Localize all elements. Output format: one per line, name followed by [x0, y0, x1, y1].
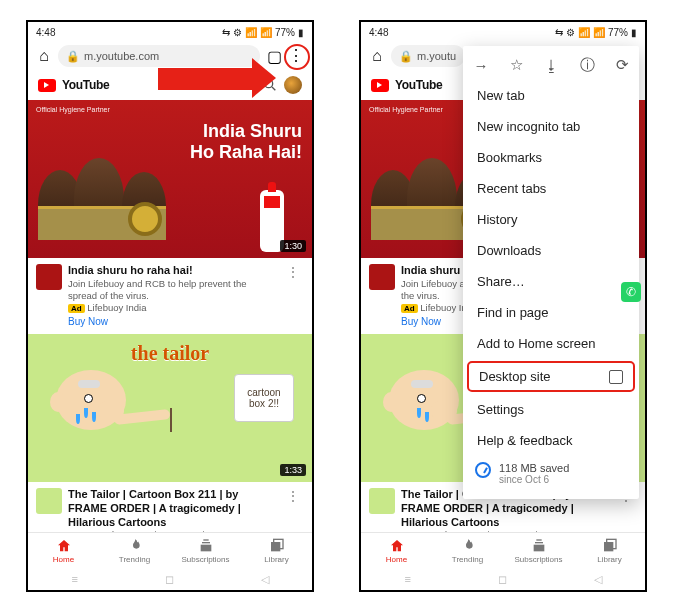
menu-find-in-page[interactable]: Find in page: [463, 297, 639, 328]
ad-badge: Ad: [68, 304, 85, 313]
nav-recent-icon[interactable]: ≡: [404, 573, 410, 585]
nav-home-icon[interactable]: ◻: [165, 573, 174, 586]
menu-data-saved[interactable]: 118 MB savedsince Oct 6: [463, 456, 639, 491]
highlight-overflow: [284, 44, 310, 70]
overflow-menu: → ☆ ⭳ ⓘ ⟳ New tab New incognito tab Book…: [463, 46, 639, 499]
url-text: m.youtube.com: [84, 50, 159, 62]
home-icon[interactable]: ⌂: [36, 48, 52, 64]
phone-left: 4:48 ⇆⚙📶📶77%▮ ⌂ 🔒 m.youtube.com ▢ ⋮ YouT…: [26, 20, 314, 592]
url-field[interactable]: 🔒 m.youtu: [391, 45, 465, 67]
duration-badge: 1:33: [280, 464, 306, 476]
annotation-arrow: [158, 68, 258, 90]
menu-new-incognito[interactable]: New incognito tab: [463, 111, 639, 142]
tab-home[interactable]: Home: [28, 533, 99, 568]
ad-thumb: [36, 264, 62, 290]
menu-add-to-home[interactable]: Add to Home screen: [463, 328, 639, 359]
partner-label: Official Hygiene Partner: [369, 106, 443, 113]
ad-more-icon[interactable]: ⋮: [282, 264, 304, 328]
nav-recent-icon[interactable]: ≡: [71, 573, 77, 585]
ad-thumb: [369, 264, 395, 290]
download-icon[interactable]: ⭳: [544, 57, 559, 74]
menu-help[interactable]: Help & feedback: [463, 425, 639, 456]
hero-line1: India Shuru: [203, 122, 302, 142]
tab-home[interactable]: Home: [361, 533, 432, 568]
status-time: 4:48: [36, 27, 55, 38]
ad-cta[interactable]: Buy Now: [68, 316, 276, 329]
svg-rect-8: [535, 542, 543, 543]
svg-rect-5: [271, 542, 280, 551]
forward-icon[interactable]: →: [474, 57, 489, 74]
home-icon[interactable]: ⌂: [369, 48, 385, 64]
tab-subscriptions[interactable]: Subscriptions: [503, 533, 574, 568]
menu-settings[interactable]: Settings: [463, 394, 639, 425]
channel-thumb[interactable]: [36, 488, 62, 514]
ad-advertiser: Lifebuoy India: [87, 302, 146, 313]
android-nav: ≡ ◻ ◁: [361, 568, 645, 590]
menu-share[interactable]: Share…: [463, 266, 639, 297]
svg-rect-4: [203, 539, 208, 540]
ad-title: India shuru ho raha hai!: [68, 264, 276, 278]
ad-badge: Ad: [401, 304, 418, 313]
nav-back-icon[interactable]: ◁: [594, 573, 602, 586]
ad-meta: India shuru ho raha hai! Join Lifebuoy a…: [28, 258, 312, 334]
svg-rect-9: [536, 539, 541, 540]
video-banner: the tailor: [131, 342, 209, 365]
nav-home-icon[interactable]: ◻: [498, 573, 507, 586]
video-thumb[interactable]: the tailor cartoonbox 2!! 1:33: [28, 334, 312, 482]
menu-history[interactable]: History: [463, 204, 639, 235]
hero-line2: Ho Raha Hai!: [190, 142, 302, 163]
menu-recent-tabs[interactable]: Recent tabs: [463, 173, 639, 204]
video-title: The Tailor | Cartoon Box 211 | by FRAME …: [68, 488, 276, 529]
menu-downloads[interactable]: Downloads: [463, 235, 639, 266]
channel-thumb[interactable]: [369, 488, 395, 514]
youtube-logo-icon: [38, 79, 56, 92]
nav-back-icon[interactable]: ◁: [261, 573, 269, 586]
menu-toolbar: → ☆ ⭳ ⓘ ⟳: [463, 50, 639, 80]
bottom-tabs: Home Trending Subscriptions Library: [28, 532, 312, 568]
tab-library[interactable]: Library: [574, 533, 645, 568]
url-text: m.youtu: [417, 50, 456, 62]
partner-label: Official Hygiene Partner: [36, 106, 110, 113]
tab-library[interactable]: Library: [241, 533, 312, 568]
bookmark-star-icon[interactable]: ☆: [510, 56, 523, 74]
desktop-site-checkbox[interactable]: [609, 370, 623, 384]
svg-rect-3: [202, 542, 210, 543]
status-time: 4:48: [369, 27, 388, 38]
lock-icon: 🔒: [66, 50, 80, 63]
status-bar: 4:48 ⇆⚙📶📶77%▮: [28, 22, 312, 42]
data-saver-icon: [475, 462, 491, 478]
bottom-tabs: Home Trending Subscriptions Library: [361, 532, 645, 568]
svg-rect-2: [200, 544, 211, 551]
status-bar: 4:48 ⇆⚙📶📶77%▮: [361, 22, 645, 42]
reload-icon[interactable]: ⟳: [616, 56, 629, 74]
tab-subscriptions[interactable]: Subscriptions: [170, 533, 241, 568]
menu-bookmarks[interactable]: Bookmarks: [463, 142, 639, 173]
cartoon-box-label: cartoonbox 2!!: [234, 374, 294, 422]
avatar[interactable]: [284, 76, 302, 94]
menu-new-tab[interactable]: New tab: [463, 80, 639, 111]
info-icon[interactable]: ⓘ: [580, 56, 595, 75]
menu-desktop-site[interactable]: Desktop site: [467, 361, 635, 392]
lock-icon: 🔒: [399, 50, 413, 63]
youtube-logo-text: YouTube: [62, 78, 109, 92]
youtube-logo-text: YouTube: [395, 78, 442, 92]
svg-rect-10: [604, 542, 613, 551]
ad-desc: Join Lifebuoy and RCB to help prevent th…: [68, 278, 276, 302]
svg-rect-7: [533, 544, 544, 551]
status-icons: ⇆⚙📶📶77%▮: [555, 27, 637, 38]
phone-right: 4:48 ⇆⚙📶📶77%▮ ⌂ 🔒 m.youtu YouTube Offici…: [359, 20, 647, 592]
ad-hero[interactable]: Official Hygiene Partner India Shuru Ho …: [28, 100, 312, 258]
duration-badge: 1:30: [280, 240, 306, 252]
youtube-logo-icon: [371, 79, 389, 92]
cartoon-character: [34, 364, 154, 482]
url-field[interactable]: 🔒 m.youtube.com: [58, 45, 260, 67]
status-icons: ⇆⚙📶📶77%▮: [222, 27, 304, 38]
hero-people: [38, 144, 178, 240]
whatsapp-icon[interactable]: ✆: [621, 282, 641, 302]
android-nav: ≡ ◻ ◁: [28, 568, 312, 590]
tab-trending[interactable]: Trending: [99, 533, 170, 568]
tab-trending[interactable]: Trending: [432, 533, 503, 568]
